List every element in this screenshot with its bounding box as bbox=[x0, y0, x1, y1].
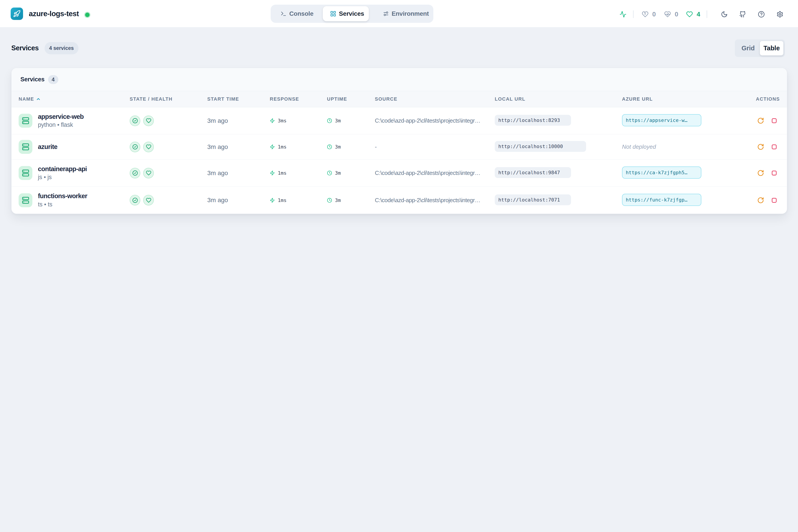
restart-button[interactable] bbox=[757, 117, 764, 124]
azure-url-chip[interactable]: https://func-k7zjfgp… bbox=[622, 194, 701, 206]
uptime-value: 3m bbox=[335, 144, 341, 150]
tab-console[interactable]: Console bbox=[272, 6, 323, 21]
stat-healthy: 4 bbox=[686, 11, 700, 18]
service-name[interactable]: functions-worker bbox=[38, 192, 87, 200]
heart-pulse-icon bbox=[664, 11, 671, 18]
stop-button[interactable] bbox=[772, 170, 777, 176]
restart-button[interactable] bbox=[757, 144, 764, 150]
heart-icon bbox=[686, 11, 693, 18]
service-name[interactable]: appservice-web bbox=[38, 113, 83, 120]
sliders-icon bbox=[383, 11, 389, 17]
azure-url-cell: https://ca-k7zjfgph5… bbox=[622, 167, 739, 179]
state-health-cell bbox=[130, 195, 207, 206]
local-url-chip[interactable]: http://localhost:10000 bbox=[495, 141, 586, 152]
restart-button[interactable] bbox=[757, 170, 764, 176]
column-header-actions: ACTIONS bbox=[739, 96, 785, 102]
topbar: azure-logs-test Console Services Environ… bbox=[0, 0, 798, 27]
local-url-chip[interactable]: http://localhost:9847 bbox=[495, 167, 571, 178]
topbar-actions: 0 0 4 bbox=[620, 0, 783, 27]
local-url-chip[interactable]: http://localhost:7071 bbox=[495, 194, 571, 205]
app-logo[interactable] bbox=[11, 7, 23, 20]
stop-button[interactable] bbox=[772, 144, 777, 150]
response-value: 3ms bbox=[278, 118, 287, 124]
uptime-value: 3m bbox=[335, 170, 341, 176]
stat-unhealthy: 0 bbox=[642, 11, 656, 18]
service-name[interactable]: azurite bbox=[38, 143, 57, 151]
service-row: functions-worker ts • ts 3m ago 1ms bbox=[12, 187, 787, 214]
page: Services 4 services Grid Table Services … bbox=[0, 39, 798, 214]
state-health-cell bbox=[130, 141, 207, 152]
stop-button[interactable] bbox=[772, 118, 777, 124]
local-url-cell: http://localhost:7071 bbox=[495, 194, 622, 206]
column-header-source[interactable]: SOURCE bbox=[375, 96, 495, 102]
local-url-cell: http://localhost:9847 bbox=[495, 167, 622, 179]
server-icon bbox=[22, 117, 29, 125]
column-header-uptime[interactable]: UPTIME bbox=[327, 96, 375, 102]
divider bbox=[707, 11, 707, 18]
service-avatar bbox=[19, 193, 32, 207]
health-badge bbox=[143, 195, 154, 206]
actions-cell bbox=[739, 144, 785, 150]
restart-button[interactable] bbox=[757, 197, 764, 204]
state-running-badge bbox=[130, 115, 140, 126]
service-runtime: python • flask bbox=[38, 121, 83, 128]
github-button[interactable] bbox=[739, 11, 746, 18]
server-icon bbox=[22, 143, 29, 151]
theme-toggle-button[interactable] bbox=[721, 11, 728, 18]
restart-icon bbox=[757, 144, 764, 150]
column-header-name[interactable]: NAME bbox=[19, 96, 130, 102]
help-button[interactable] bbox=[758, 11, 765, 18]
activity-button[interactable] bbox=[620, 11, 626, 18]
azure-url-cell: https://appservice-w… bbox=[622, 114, 739, 127]
stop-icon bbox=[772, 170, 777, 176]
tab-label: Services bbox=[339, 10, 364, 17]
state-running-badge bbox=[130, 195, 140, 206]
panel-header: Services 4 bbox=[12, 68, 787, 91]
column-header-start-time[interactable]: START TIME bbox=[207, 96, 270, 102]
table-view-button[interactable]: Table bbox=[760, 41, 783, 55]
azure-url-chip[interactable]: https://ca-k7zjfgph5… bbox=[622, 167, 701, 179]
service-avatar bbox=[19, 140, 32, 154]
github-icon bbox=[739, 11, 746, 18]
tab-environment[interactable]: Environment bbox=[369, 6, 435, 21]
layout-grid-icon bbox=[330, 11, 336, 17]
column-header-local-url[interactable]: LOCAL URL bbox=[495, 96, 622, 102]
column-header-azure-url[interactable]: AZURE URL bbox=[622, 96, 739, 102]
start-time-cell: 3m ago bbox=[207, 197, 270, 204]
service-row: containerapp-api js • js 3m ago 1ms bbox=[12, 159, 787, 187]
stop-icon bbox=[772, 144, 777, 150]
stat-value: 0 bbox=[675, 11, 678, 18]
tab-services[interactable]: Services bbox=[323, 6, 369, 21]
zap-icon bbox=[270, 170, 275, 175]
local-url-chip[interactable]: http://localhost:8293 bbox=[495, 115, 571, 126]
health-badge bbox=[143, 141, 154, 152]
start-time-cell: 3m ago bbox=[207, 170, 270, 177]
source-cell: C:\code\azd-app-2\cli\tests\projects\int… bbox=[375, 117, 495, 124]
tab-label: Environment bbox=[392, 10, 429, 17]
response-cell: 1ms bbox=[270, 144, 327, 150]
stat-value: 4 bbox=[697, 11, 700, 18]
moon-icon bbox=[721, 11, 728, 18]
view-toggle: Grid Table bbox=[735, 39, 785, 57]
divider bbox=[633, 11, 633, 18]
service-name[interactable]: containerapp-api bbox=[38, 165, 87, 173]
local-url-cell: http://localhost:10000 bbox=[495, 141, 622, 153]
stat-degraded: 0 bbox=[664, 11, 678, 18]
column-header-response[interactable]: RESPONSE bbox=[270, 96, 327, 102]
service-row: appservice-web python • flask 3m ago bbox=[12, 107, 787, 134]
column-header-state[interactable]: STATE / HEALTH bbox=[130, 96, 207, 102]
azure-url-chip[interactable]: https://appservice-w… bbox=[622, 114, 701, 126]
check-circle-icon bbox=[132, 170, 138, 176]
clock-icon bbox=[327, 118, 332, 123]
health-badge bbox=[143, 168, 154, 178]
clock-icon bbox=[327, 170, 332, 175]
response-value: 1ms bbox=[278, 170, 287, 176]
grid-view-button[interactable]: Grid bbox=[736, 41, 760, 55]
response-cell: 3ms bbox=[270, 118, 327, 124]
sort-asc-icon bbox=[36, 97, 41, 101]
settings-button[interactable] bbox=[777, 11, 783, 18]
azure-not-deployed: Not deployed bbox=[622, 144, 656, 150]
panel-count-badge: 4 bbox=[48, 75, 58, 84]
services-count-badge: 4 services bbox=[44, 42, 78, 54]
stop-button[interactable] bbox=[772, 197, 777, 203]
